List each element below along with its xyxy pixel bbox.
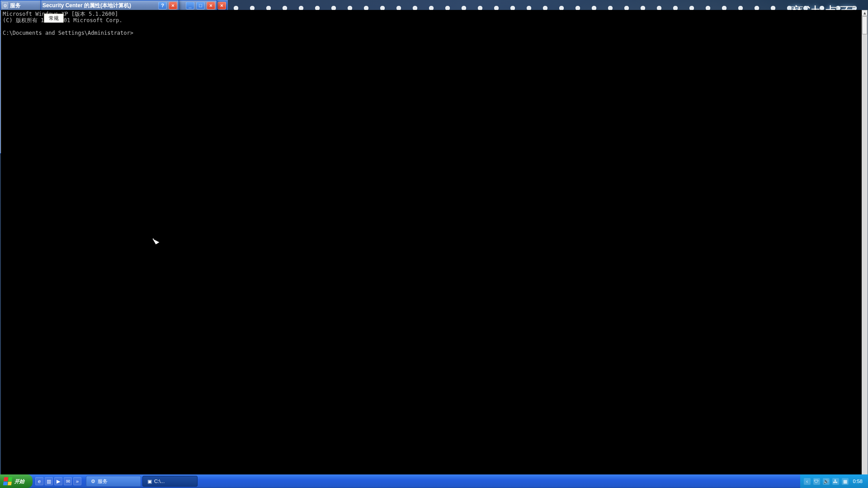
tray-volume-icon[interactable]: 🔊: [823, 478, 830, 485]
start-label: 开始: [14, 478, 24, 485]
close-button[interactable]: ×: [217, 2, 226, 9]
services-icon: ⚙: [2, 2, 8, 9]
properties-titlebar[interactable]: Security Center 的属性(本地计算机) ? ×: [41, 0, 179, 10]
tray-lang-icon[interactable]: ▦: [842, 478, 849, 485]
task-label: C:\...: [154, 479, 165, 484]
quick-launch: e ▥ ▶ ✉ »: [33, 474, 84, 488]
ql-more-icon[interactable]: »: [73, 477, 81, 485]
tab-general[interactable]: 常规: [44, 14, 64, 23]
taskbar: 开始 e ▥ ▶ ✉ » ⚙服务▣C:\... ‹ 🛡 🔊 🖧 ▦ 0:58: [0, 474, 868, 488]
tray-network-icon[interactable]: 🖧: [832, 478, 839, 485]
taskbar-task[interactable]: ▣C:\...: [142, 476, 198, 487]
cmd-scrollbar[interactable]: ▴ ▾: [862, 10, 868, 488]
tray-expand-icon[interactable]: ‹: [804, 478, 811, 485]
ql-media-icon[interactable]: ▶: [54, 477, 62, 485]
ql-ie-icon[interactable]: e: [35, 477, 43, 485]
tray-clock[interactable]: 0:58: [851, 479, 864, 484]
scroll-thumb[interactable]: [862, 16, 867, 34]
minimize-button[interactable]: _: [186, 2, 194, 9]
maximize-button[interactable]: □: [196, 2, 205, 9]
cmd-terminal[interactable]: Microsoft Windows XP [版本 5.1.2600] (C) 版…: [1, 10, 862, 487]
close-button[interactable]: ×: [169, 2, 177, 9]
windows-logo-icon: [3, 477, 13, 485]
ql-show-desktop-icon[interactable]: ▥: [45, 477, 53, 485]
task-label: 服务: [98, 478, 108, 485]
properties-title: Security Center 的属性(本地计算机): [42, 2, 156, 9]
ql-messenger-icon[interactable]: ✉: [64, 477, 72, 485]
start-button[interactable]: 开始: [0, 474, 33, 488]
cmd-window[interactable]: ▣ C:\WINDOWS\system32\cmd.exe _ □ × Micr…: [0, 0, 228, 148]
task-icon: ⚙: [91, 479, 95, 484]
taskbar-task[interactable]: ⚙服务: [86, 476, 141, 487]
tray-shield-icon[interactable]: 🛡: [813, 478, 820, 485]
desktop[interactable]: 魔法桌面 www.ommoo.com main.batmain.infbagin…: [0, 0, 868, 488]
help-button[interactable]: ?: [158, 2, 167, 9]
system-tray: ‹ 🛡 🔊 🖧 ▦ 0:58: [800, 474, 868, 488]
task-icon: ▣: [147, 479, 152, 484]
close-button[interactable]: ×: [207, 2, 215, 9]
taskbar-tasks: ⚙服务▣C:\...: [84, 474, 199, 488]
scroll-up-icon[interactable]: ▴: [862, 10, 868, 16]
